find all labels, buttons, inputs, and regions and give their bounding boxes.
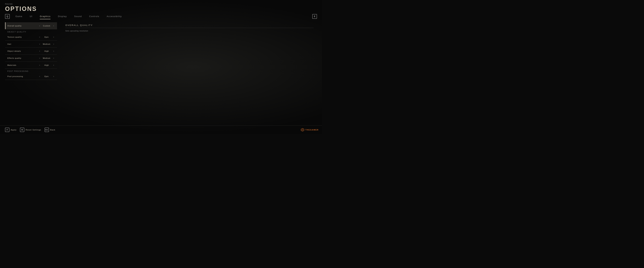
overall-quality-next[interactable]: ›: [53, 24, 55, 27]
tab-sound[interactable]: Sound: [70, 14, 86, 19]
tab-graphics[interactable]: Graphics: [36, 14, 54, 19]
object-details-value-area: ‹ High ›: [38, 49, 55, 53]
overall-quality-label: Overall quality: [8, 25, 38, 27]
materials-next[interactable]: ›: [53, 63, 55, 67]
post-processing-value: Epic: [42, 75, 51, 77]
apply-label: Apply: [11, 129, 16, 131]
setting-row-texture-quality[interactable]: Texture quality ‹ Epic ›: [5, 33, 57, 40]
logo-icon: [301, 128, 304, 132]
hair-label: Hair: [8, 43, 38, 45]
logo: THEGAMER: [301, 128, 319, 132]
info-panel: OVERALL QUALITY Sets upscaling resolutio…: [62, 22, 317, 124]
overall-quality-value: Custom: [42, 25, 51, 27]
setting-row-overall-quality[interactable]: Overall quality ‹ Custom ›: [5, 22, 57, 29]
post-processing-value-area: ‹ Epic ›: [38, 75, 55, 78]
page-wrapper: Pause OPTIONS Q Game UI Graphics Display…: [0, 0, 322, 134]
nav-tabs: Game UI Graphics Display Sound Controls …: [12, 14, 310, 19]
tab-ui[interactable]: UI: [26, 14, 36, 19]
setting-row-post-processing[interactable]: Post processing ‹ Epic ›: [5, 73, 57, 80]
tab-game[interactable]: Game: [12, 14, 26, 19]
effects-quality-prev[interactable]: ‹: [38, 56, 40, 60]
hair-value: Medium: [42, 43, 51, 45]
main-content: Overall quality ‹ Custom › Object qualit…: [0, 19, 322, 125]
texture-quality-value: Epic: [42, 36, 51, 38]
materials-value: High: [42, 64, 51, 66]
setting-row-effects-quality[interactable]: Effects quality ‹ Medium ›: [5, 55, 57, 62]
tab-accessibility[interactable]: Accessibility: [103, 14, 126, 19]
object-quality-category-label: Object quality: [8, 31, 26, 33]
nav-prev-key[interactable]: Q: [5, 14, 10, 19]
texture-quality-value-area: ‹ Epic ›: [38, 35, 55, 38]
apply-key-icon: F: [5, 128, 10, 132]
logo-text: THEGAMER: [306, 129, 319, 131]
post-processing-category: Post processing: [5, 69, 57, 73]
materials-label: Materials: [8, 64, 38, 66]
back-action[interactable]: Esc Back: [44, 128, 55, 132]
post-processing-prev[interactable]: ‹: [38, 75, 40, 78]
header: Pause OPTIONS: [0, 0, 322, 12]
hair-value-area: ‹ Medium ›: [38, 42, 55, 45]
reset-action[interactable]: R Reset Settings: [20, 128, 41, 132]
back-key-icon: Esc: [44, 128, 49, 132]
object-details-next[interactable]: ›: [53, 49, 55, 53]
tab-controls[interactable]: Controls: [86, 14, 103, 19]
info-description: Sets upscaling resolution: [66, 30, 314, 32]
apply-action[interactable]: F Apply: [5, 128, 16, 132]
effects-quality-value: Medium: [42, 57, 51, 59]
post-processing-label: Post processing: [8, 75, 38, 77]
settings-panel: Overall quality ‹ Custom › Object qualit…: [5, 22, 57, 124]
setting-row-materials[interactable]: Materials ‹ High ›: [5, 62, 57, 69]
tab-display[interactable]: Display: [54, 14, 70, 19]
reset-label: Reset Settings: [26, 129, 41, 131]
object-details-value: High: [42, 50, 51, 52]
materials-prev[interactable]: ‹: [38, 63, 40, 67]
materials-value-area: ‹ High ›: [38, 63, 55, 67]
nav-next-key[interactable]: E: [312, 14, 317, 19]
overall-quality-value-area: ‹ Custom ›: [38, 24, 55, 27]
info-title: OVERALL QUALITY: [66, 24, 314, 28]
object-quality-category: Object quality: [5, 29, 57, 33]
reset-key-icon: R: [20, 128, 24, 132]
post-processing-next[interactable]: ›: [53, 75, 55, 78]
effects-quality-next[interactable]: ›: [53, 56, 55, 60]
bottom-bar: F Apply R Reset Settings Esc Back: [0, 125, 322, 134]
nav-area: Q Game UI Graphics Display Sound Control…: [0, 12, 322, 19]
overall-quality-prev[interactable]: ‹: [38, 24, 40, 27]
hair-next[interactable]: ›: [53, 42, 55, 45]
pause-label: Pause: [5, 3, 317, 5]
post-processing-category-label: Post processing: [8, 70, 29, 72]
effects-quality-value-area: ‹ Medium ›: [38, 56, 55, 60]
svg-marker-1: [302, 129, 304, 131]
hair-prev[interactable]: ‹: [38, 42, 40, 45]
setting-row-hair[interactable]: Hair ‹ Medium ›: [5, 40, 57, 47]
object-details-prev[interactable]: ‹: [38, 49, 40, 53]
object-details-label: Object details: [8, 50, 38, 52]
texture-quality-next[interactable]: ›: [53, 35, 55, 38]
page-title: OPTIONS: [5, 5, 317, 12]
effects-quality-label: Effects quality: [8, 57, 38, 59]
back-label: Back: [50, 129, 55, 131]
texture-quality-label: Texture quality: [8, 36, 38, 38]
texture-quality-prev[interactable]: ‹: [38, 35, 40, 38]
setting-row-object-details[interactable]: Object details ‹ High ›: [5, 47, 57, 55]
